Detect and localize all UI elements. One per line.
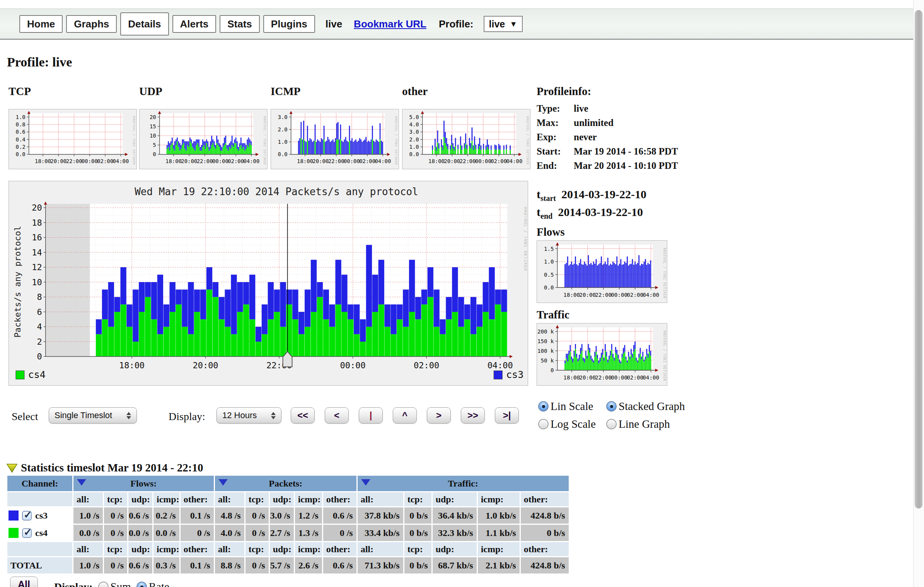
- udp-chart[interactable]: 2015105018:0020:0022:0000:0002:0004:00RR…: [139, 109, 268, 169]
- profileinfo-row: Type:live: [537, 101, 678, 116]
- svg-text:4.0: 4.0: [409, 121, 419, 128]
- option-log-scale[interactable]: Log Scale: [538, 418, 606, 430]
- svg-text:0: 0: [551, 367, 554, 373]
- scrollbar-track[interactable]: [913, 0, 924, 587]
- svg-text:0.6: 0.6: [16, 129, 26, 135]
- option-label: Log Scale: [551, 418, 596, 430]
- svg-text:2.0: 2.0: [409, 136, 419, 143]
- chevron-down-icon: ▼: [510, 20, 517, 29]
- svg-text:20:00: 20:00: [444, 158, 460, 164]
- graph-nav-button-3[interactable]: ^: [393, 407, 417, 424]
- radio-icon[interactable]: [606, 401, 617, 412]
- traffic-chart[interactable]: 200 k150 k100 k50 k018:0020:0022:0000:00…: [537, 323, 667, 386]
- stat-value: 2.7 /s: [270, 525, 294, 541]
- all-button[interactable]: All: [10, 577, 38, 587]
- radio-icon[interactable]: [538, 401, 549, 412]
- stat-value: 33.4 kb/s: [358, 525, 403, 541]
- collapse-triangle-icon[interactable]: [6, 463, 18, 473]
- svg-text:0.8: 0.8: [16, 121, 26, 128]
- option-stacked-graph[interactable]: Stacked Graph: [606, 400, 685, 413]
- channel-cell-cs3: cs3: [7, 507, 72, 524]
- other-chart[interactable]: 5.04.03.02.01.00.018:0020:0022:0000:0002…: [402, 109, 530, 169]
- stat-value: 0 b/s: [404, 525, 431, 541]
- radio-icon[interactable]: [606, 419, 617, 429]
- stat-total-value: 0.1 /s: [181, 557, 214, 573]
- page: HomeGraphsDetailsAlertsStatsPlugins live…: [0, 0, 924, 587]
- sort-triangle-icon[interactable]: [77, 479, 86, 486]
- stat-value: 4.0 /s: [215, 525, 244, 541]
- legend-label-cs3: cs3: [506, 369, 523, 380]
- stat-value: 37.8 kb/s: [358, 507, 403, 524]
- display-range-value: 12 Hours: [222, 410, 257, 420]
- svg-text:0.2: 0.2: [16, 144, 26, 150]
- graph-nav-button-6[interactable]: >|: [495, 407, 519, 424]
- sort-triangle-icon[interactable]: [361, 479, 370, 486]
- group-header-flows: Flows:: [73, 476, 214, 491]
- rrdtool-watermark: RRDTOOL / TOBI OETIKER: [523, 207, 527, 271]
- svg-text:8: 8: [37, 292, 42, 302]
- svg-text:18:00: 18:00: [563, 374, 580, 381]
- stat-value: 0.0 /s: [73, 525, 103, 541]
- option-lin-scale[interactable]: Lin Scale: [538, 400, 606, 413]
- graph-nav-button-2[interactable]: |: [359, 407, 383, 424]
- flows-chart[interactable]: 1.51.00.50.018:0020:0022:0000:0002:0004:…: [537, 240, 667, 303]
- tab-home[interactable]: Home: [19, 15, 63, 33]
- svg-text:00:00: 00:00: [340, 361, 366, 370]
- main-graph[interactable]: 2018161412108642018:0020:0022:0000:0002:…: [9, 181, 528, 386]
- display-range-select[interactable]: 12 Hours: [217, 407, 281, 424]
- svg-text:22:00: 22:00: [595, 374, 612, 381]
- radio-icon[interactable]: [136, 582, 147, 587]
- sort-triangle-icon[interactable]: [218, 479, 228, 486]
- stat-value: 3.0 /s: [270, 507, 294, 524]
- profileinfo-title: Profileinfo:: [537, 85, 591, 98]
- tcp-chart[interactable]: 1.00.80.60.40.20.018:0020:0022:0000:0002…: [9, 109, 137, 169]
- statistics-table-wrap: Channel:Flows:Packets:Traffic:all:tcp:ud…: [6, 475, 570, 575]
- bookmark-url-link[interactable]: Bookmark URL: [354, 18, 426, 30]
- tab-plugins[interactable]: Plugins: [263, 15, 315, 33]
- stat-value: 36.4 kb/s: [433, 507, 477, 524]
- radio-icon[interactable]: [538, 419, 549, 429]
- col-channel-header: Channel:: [7, 476, 72, 491]
- svg-text:02:00: 02:00: [97, 158, 113, 164]
- tab-details[interactable]: Details: [120, 12, 169, 36]
- legend-swatch-cs4: [16, 371, 24, 379]
- svg-text:04:00: 04:00: [643, 292, 659, 298]
- other-chart-title: other: [402, 85, 428, 98]
- graph-nav-button-0[interactable]: <<: [291, 407, 315, 424]
- channel-color-swatch: [9, 510, 19, 521]
- svg-text:2.0: 2.0: [278, 126, 288, 133]
- svg-text:1.0: 1.0: [409, 144, 419, 150]
- stat-value: 1.3 /s: [295, 525, 322, 541]
- channel-checkbox[interactable]: [22, 528, 32, 538]
- channel-cell-cs4: cs4: [7, 525, 72, 541]
- graph-nav-button-1[interactable]: <: [325, 407, 349, 424]
- icmp-chart[interactable]: 3.02.01.00.018:0020:0022:0000:0002:0004:…: [271, 109, 399, 169]
- stat-total-value: 0.3 /s: [153, 557, 179, 573]
- tab-graphs[interactable]: Graphs: [66, 15, 117, 33]
- stat-value: 32.3 kb/s: [433, 525, 477, 541]
- svg-text:02:00: 02:00: [627, 292, 643, 298]
- svg-text:00:00: 00:00: [475, 158, 491, 164]
- svg-text:0.5: 0.5: [544, 271, 554, 277]
- tab-stats[interactable]: Stats: [220, 15, 260, 33]
- stat-total-value: 0.6 /s: [323, 557, 356, 573]
- svg-text:20: 20: [150, 114, 156, 120]
- rrdtool-watermark: RRDTOOL / TOBI OETIKER: [526, 116, 529, 165]
- footer-rate-option[interactable]: Rate: [136, 580, 169, 587]
- graph-nav-button-4[interactable]: >: [427, 407, 451, 424]
- svg-text:1.0: 1.0: [16, 114, 26, 120]
- profile-dropdown[interactable]: live ▼: [484, 16, 523, 32]
- stat-total-value: 68.7 kb/s: [433, 557, 477, 573]
- timeslot-select[interactable]: Single Timeslot: [49, 407, 137, 424]
- option-line-graph[interactable]: Line Graph: [606, 418, 670, 430]
- graph-nav-button-5[interactable]: >>: [461, 407, 485, 424]
- statistics-heading-row: Statistics timeslot Mar 19 2014 - 22:10: [6, 461, 203, 474]
- stat-value: 0 /s: [104, 525, 127, 541]
- scrollbar-thumb[interactable]: [915, 10, 922, 509]
- footer-sum-option[interactable]: Sum: [98, 580, 131, 587]
- radio-icon[interactable]: [98, 582, 109, 587]
- tab-alerts[interactable]: Alerts: [172, 15, 217, 33]
- channel-checkbox[interactable]: [22, 511, 32, 521]
- svg-text:5.0: 5.0: [409, 114, 419, 120]
- stat-total-value: 71.3 kb/s: [358, 557, 403, 573]
